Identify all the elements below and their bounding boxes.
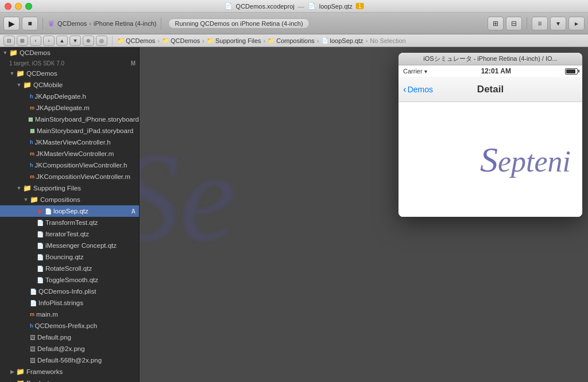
file-icon: 📄 bbox=[37, 266, 44, 272]
simulator-content: Septeni bbox=[399, 102, 582, 217]
simulator-window: iOSシミュレータ - iPhone Retina (4-inch) / IO.… bbox=[399, 53, 582, 217]
carrier-label: Carrier ▾ bbox=[403, 68, 427, 75]
sidebar-item-mainstoryboard-iphone[interactable]: ▦ MainStoryboard_iPhone.storyboard bbox=[0, 114, 139, 125]
toolbar-separator-2 bbox=[161, 17, 161, 30]
sidebar-item-iteratortest[interactable]: 📄 IteratorTest.qtz bbox=[0, 228, 139, 240]
sidebar-item-products[interactable]: ▶ 📁 Products bbox=[0, 377, 139, 382]
sb-icon: ▦ bbox=[30, 128, 35, 134]
folder-icon: 📁 bbox=[16, 379, 25, 382]
breadcrumb-nav-prev[interactable]: ⊟ bbox=[3, 36, 15, 46]
sidebar[interactable]: ▼ 📁 QCDemos 1 target, iOS SDK 7.0 M ▼ 📁 … bbox=[0, 47, 140, 382]
stop-button[interactable]: ■ bbox=[22, 17, 38, 30]
minimize-button[interactable] bbox=[15, 3, 22, 10]
plist-icon: 📄 bbox=[30, 289, 37, 295]
clock-label: 12:01 AM bbox=[481, 67, 511, 75]
img-icon: 🖼 bbox=[30, 357, 36, 364]
window-title: 📄 QCDemos.xcodeproj — 📄 loopSep.qtz 1 bbox=[225, 2, 364, 10]
breadcrumb-nav-recent[interactable]: ◎ bbox=[96, 36, 107, 46]
view-toggle-2[interactable]: ▾ bbox=[550, 17, 566, 30]
sidebar-project-meta: 1 target, iOS SDK 7.0 M bbox=[0, 59, 139, 68]
sidebar-item-supporting-files[interactable]: ▼ 📁 Supporting Files bbox=[0, 182, 139, 194]
breadcrumb-nav-down[interactable]: ▼ bbox=[69, 36, 81, 46]
m-icon: m bbox=[30, 174, 34, 180]
h-icon: h bbox=[30, 162, 33, 168]
sidebar-item-default-568h-png[interactable]: 🖼 Default-568h@2x.png bbox=[0, 354, 139, 366]
background-logo: Se bbox=[140, 125, 358, 287]
folder-icon: 📁 bbox=[16, 69, 25, 77]
sidebar-item-mainstoryboard-ipad[interactable]: ▦ MainStoryboard_iPad.storyboard bbox=[0, 125, 139, 137]
folder-icon-4: 📁 bbox=[268, 37, 274, 44]
battery-indicator bbox=[565, 68, 578, 75]
back-chevron-icon: ‹ bbox=[403, 84, 407, 95]
folder-icon-2: 📁 bbox=[162, 37, 169, 44]
sim-back-button[interactable]: ‹ Demos bbox=[403, 84, 433, 95]
sidebar-item-qcdemos[interactable]: ▼ 📁 QCDemos bbox=[0, 68, 139, 79]
toolbar-separator-1 bbox=[42, 17, 43, 30]
file-icon: 📄 bbox=[37, 231, 44, 237]
breadcrumb-nav-related[interactable]: ⊕ bbox=[83, 36, 94, 46]
project-icon: 📄 bbox=[225, 2, 233, 10]
editor-toggle-1[interactable]: ⊞ bbox=[488, 17, 504, 30]
folder-icon: 📁 bbox=[9, 49, 18, 57]
breadcrumb-nav-forward[interactable]: › bbox=[43, 36, 55, 46]
simulator-status-bar: Carrier ▾ 12:01 AM bbox=[399, 65, 582, 77]
editor-toggle-2[interactable]: ⊟ bbox=[506, 17, 522, 30]
sidebar-item-compositions[interactable]: ▼ 📁 Compositions bbox=[0, 194, 139, 205]
breadcrumb-item-loopsep[interactable]: 📄 loopSep.qtz bbox=[322, 37, 363, 44]
play-button[interactable]: ▶ bbox=[3, 17, 20, 30]
breadcrumb-nav: ⊟ ⊞ ‹ › ▲ ▼ ⊕ ◎ bbox=[3, 36, 113, 46]
simulator-title-bar: iOSシミュレータ - iPhone Retina (4-inch) / IO.… bbox=[399, 53, 582, 65]
sidebar-item-imessenger[interactable]: 📄 iMessenger Concept.qtz bbox=[0, 240, 139, 251]
sim-septeni-logo: Septeni bbox=[480, 139, 571, 180]
maximize-button[interactable] bbox=[25, 3, 32, 10]
sidebar-item-loopsep[interactable]: ➤ 📄 loopSep.qtz A bbox=[0, 205, 139, 217]
file-icon: 📄 bbox=[37, 243, 44, 249]
sidebar-item-project-root[interactable]: ▼ 📁 QCDemos bbox=[0, 47, 139, 59]
sidebar-item-jkcompositionviewcontroller-h[interactable]: h JKCompositionViewController.h bbox=[0, 159, 139, 171]
sidebar-item-main-m[interactable]: m main.m bbox=[0, 309, 139, 320]
sidebar-item-bouncing[interactable]: 📄 Bouncing.qtz bbox=[0, 251, 139, 263]
breadcrumb-item-supporting[interactable]: 📁 Supporting Files bbox=[207, 37, 261, 44]
file-icon: 📄 bbox=[308, 2, 316, 10]
warning-badge: 1 bbox=[356, 3, 364, 9]
breadcrumb-nav-back[interactable]: ‹ bbox=[30, 36, 41, 46]
sidebar-item-frameworks[interactable]: ▶ 📁 Frameworks bbox=[0, 366, 139, 377]
toolbar: ▶ ■ ♛ QCDemos › iPhone Retina (4-inch) R… bbox=[0, 13, 588, 34]
sidebar-item-jkmasterviewcontroller-m[interactable]: m JKMasterViewController.m bbox=[0, 148, 139, 159]
sidebar-item-jkcompositionviewcontroller-m[interactable]: m JKCompositionViewController.m bbox=[0, 171, 139, 182]
sidebar-item-rotatescroll[interactable]: 📄 RotateScroll.qtz bbox=[0, 263, 139, 274]
sidebar-item-jkappdelegate-h[interactable]: h JKAppDelegate.h bbox=[0, 91, 139, 102]
content-area: Se iOSシミュレータ - iPhone Retina (4-inch) / … bbox=[140, 47, 588, 382]
view-toggle-3[interactable]: ▸ bbox=[568, 17, 585, 30]
battery-fill bbox=[566, 69, 575, 73]
breadcrumb-bar: ⊟ ⊞ ‹ › ▲ ▼ ⊕ ◎ 📁 QCDemos › 📁 QCDemos › … bbox=[0, 34, 588, 47]
sidebar-item-jkmasterviewcontroller-h[interactable]: h JKMasterViewController.h bbox=[0, 137, 139, 148]
scheme-selector[interactable]: ♛ QCDemos › iPhone Retina (4-inch) bbox=[48, 19, 156, 28]
breadcrumb-item-2[interactable]: 📁 QCDemos bbox=[162, 37, 200, 44]
toggle-icon: ▼ bbox=[9, 71, 15, 76]
breadcrumb-nav-next[interactable]: ⊞ bbox=[17, 36, 28, 46]
sidebar-item-qcdemos-prefix-pch[interactable]: h QCDemos-Prefix.pch bbox=[0, 320, 139, 332]
sidebar-item-jkappdelegate-m[interactable]: m JKAppDelegate.m bbox=[0, 102, 139, 114]
sidebar-item-default2x-png[interactable]: 🖼 Default@2x.png bbox=[0, 343, 139, 354]
file-icon: 📄 bbox=[37, 220, 44, 226]
sidebar-item-togglesmooth[interactable]: 📄 ToggleSmooth.qtz bbox=[0, 274, 139, 286]
project-name-label: QCDemos bbox=[20, 49, 51, 56]
sidebar-item-infoplist-strings[interactable]: 📄 InfoPlist.strings bbox=[0, 297, 139, 309]
sidebar-item-qcmobile[interactable]: ▼ 📁 QCMobile bbox=[0, 79, 139, 91]
breadcrumb-nav-up[interactable]: ▲ bbox=[56, 36, 68, 46]
sidebar-item-default-png[interactable]: 🖼 Default.png bbox=[0, 332, 139, 343]
breadcrumb-sep-3: › bbox=[264, 37, 266, 44]
simulator-nav-bar: ‹ Demos Detail bbox=[399, 77, 582, 102]
sidebar-item-transformtest[interactable]: 📄 TransformTest.qtz bbox=[0, 217, 139, 228]
m-icon: m bbox=[30, 311, 34, 317]
close-button[interactable] bbox=[5, 3, 11, 10]
h-icon: h bbox=[30, 139, 33, 145]
breadcrumb-item-1[interactable]: 📁 QCDemos bbox=[117, 37, 155, 44]
breadcrumb-item-compositions[interactable]: 📁 Compositions bbox=[268, 37, 315, 44]
view-toggle-1[interactable]: ≡ bbox=[532, 17, 548, 30]
sidebar-item-qcdemos-info-plist[interactable]: 📄 QCDemos-Info.plist bbox=[0, 286, 139, 297]
img-icon: 🖼 bbox=[30, 346, 36, 352]
folder-icon: 📁 bbox=[30, 196, 38, 204]
folder-icon: 📁 bbox=[23, 184, 32, 192]
